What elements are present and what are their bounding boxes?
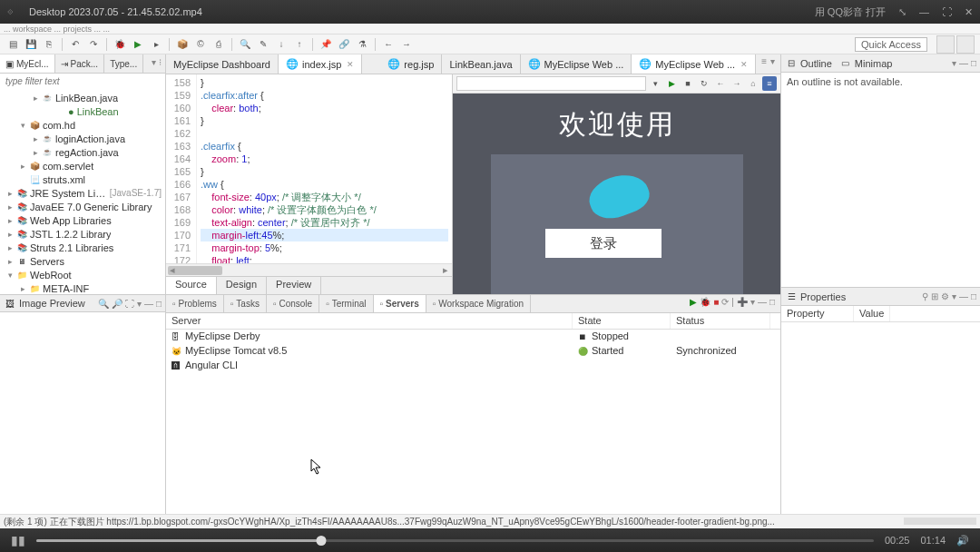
properties-title[interactable]: Properties bbox=[800, 291, 846, 302]
perspective-java[interactable] bbox=[956, 35, 975, 54]
go-icon[interactable]: ▶ bbox=[664, 76, 679, 91]
save-all-icon[interactable]: ⎘ bbox=[42, 37, 56, 52]
quick-access[interactable]: Quick Access bbox=[855, 37, 927, 52]
prop-cat-icon[interactable]: ⊞ bbox=[931, 291, 938, 301]
mode-source[interactable]: Source bbox=[166, 277, 217, 294]
outline-max-icon[interactable]: □ bbox=[971, 58, 976, 68]
tree-node[interactable]: struts.xml bbox=[0, 172, 165, 186]
mode-design[interactable]: Design bbox=[217, 277, 267, 294]
new-package-icon[interactable]: 📦 bbox=[175, 37, 190, 52]
toggle-mark-icon[interactable]: ✎ bbox=[256, 37, 270, 52]
editor-tab[interactable]: 🌐MyEclipse Web ... bbox=[521, 54, 632, 74]
zoom-out-icon[interactable]: 🔎 bbox=[112, 299, 122, 309]
tree-node[interactable]: ▸Servers bbox=[0, 254, 165, 268]
tree-filter-input[interactable] bbox=[4, 74, 162, 88]
zoom-in-icon[interactable]: 🔍 bbox=[98, 299, 109, 309]
tree-node[interactable]: ▸com.servlet bbox=[0, 159, 165, 172]
outline-menu-icon[interactable]: ▾ bbox=[952, 58, 956, 68]
player-prev-icon[interactable]: ⤡ bbox=[898, 6, 906, 18]
tree-node[interactable]: ▸Web App Libraries bbox=[0, 213, 165, 227]
url-input[interactable] bbox=[456, 76, 646, 91]
editor-max-icon[interactable]: ≡ bbox=[761, 56, 767, 72]
editor-tab[interactable]: 🌐index.jsp✕ bbox=[279, 54, 362, 74]
player-close-icon[interactable]: ✕ bbox=[965, 6, 973, 18]
outline-title[interactable]: Outline bbox=[800, 58, 832, 69]
filter-icon[interactable]: ⚗ bbox=[355, 37, 369, 52]
seek-knob[interactable] bbox=[316, 536, 326, 546]
home-icon[interactable]: ⌂ bbox=[746, 76, 760, 91]
pin-icon[interactable]: 📌 bbox=[318, 37, 333, 52]
bottom-tab-problems[interactable]: ▫Problems bbox=[166, 295, 224, 312]
server-stop-icon[interactable]: ■ bbox=[713, 297, 719, 310]
open-with-hint[interactable]: 用 QQ影音 打开 bbox=[815, 5, 886, 19]
minimize-pane-icon[interactable]: — bbox=[144, 299, 153, 309]
panel-min-icon[interactable]: — bbox=[758, 297, 767, 310]
tree-node[interactable]: ▾com.hd bbox=[0, 118, 165, 132]
fit-icon[interactable]: ⛶ bbox=[125, 299, 134, 309]
player-min-icon[interactable]: — bbox=[919, 6, 929, 17]
search-icon[interactable]: 🔍 bbox=[238, 37, 252, 52]
login-button[interactable]: 登录 bbox=[545, 229, 662, 258]
new-icon[interactable]: ▤ bbox=[5, 37, 20, 52]
bottom-tab-servers[interactable]: ▫Servers bbox=[374, 295, 426, 312]
link-icon[interactable]: 🔗 bbox=[337, 37, 351, 52]
bottom-tab-tasks[interactable]: ▫Tasks bbox=[224, 295, 267, 312]
new-class-icon[interactable]: © bbox=[193, 37, 208, 52]
server-start-icon[interactable]: ▶ bbox=[690, 297, 697, 310]
run-icon[interactable]: ▶ bbox=[131, 37, 145, 52]
col-property[interactable]: Property bbox=[781, 306, 854, 321]
editor-tab[interactable]: 🌐reg.jsp bbox=[380, 54, 442, 74]
tree-node[interactable]: ▸META-INF bbox=[0, 281, 165, 294]
view-menu-icon[interactable]: ▾ bbox=[137, 299, 142, 309]
editor-tab[interactable]: MyEclipse Dashboard bbox=[166, 54, 279, 74]
tab-type-hierarchy[interactable]: Type... bbox=[104, 54, 143, 73]
left-view-menu-icon[interactable]: ▾ ⁝ bbox=[148, 54, 165, 73]
url-dropdown-icon[interactable]: ▾ bbox=[648, 76, 662, 91]
back-icon[interactable]: ← bbox=[381, 37, 396, 52]
browser-menu-icon[interactable]: ≡ bbox=[762, 76, 777, 91]
volume-icon[interactable]: 🔊 bbox=[956, 535, 969, 547]
debug-icon[interactable]: 🐞 bbox=[113, 37, 127, 52]
refresh-icon[interactable]: ↻ bbox=[697, 76, 711, 91]
prop-max-icon[interactable]: □ bbox=[971, 291, 976, 301]
back-nav-icon[interactable]: ← bbox=[713, 76, 728, 91]
tab-myeclipse-explorer[interactable]: ▣MyEcl... bbox=[0, 54, 55, 73]
prop-min-icon[interactable]: — bbox=[959, 291, 968, 301]
tab-package-explorer[interactable]: ⇥Pack... bbox=[55, 54, 105, 73]
tree-node[interactable]: ▸loginAction.java bbox=[0, 132, 165, 145]
stop-icon[interactable]: ■ bbox=[681, 76, 695, 91]
panel-menu-icon[interactable]: ▾ bbox=[750, 297, 755, 310]
player-max-icon[interactable]: ⛶ bbox=[942, 6, 952, 17]
tree-node[interactable]: ▸JSTL 1.2.2 Library bbox=[0, 227, 165, 241]
tree-node[interactable]: ▸JRE System Library[JavaSE-1.7] bbox=[0, 186, 165, 200]
server-row[interactable]: 🐱MyEclipse Tomcat v8.5🟢StartedSynchroniz… bbox=[166, 344, 780, 359]
editor-min-icon[interactable]: ▾ bbox=[770, 56, 775, 72]
bottom-tab-console[interactable]: ▫Console bbox=[267, 295, 319, 312]
tree-node[interactable]: ● LinkBean bbox=[0, 104, 165, 118]
server-row[interactable]: 🅰Angular CLI bbox=[166, 359, 780, 373]
next-annotation-icon[interactable]: ↓ bbox=[274, 37, 289, 52]
tree-node[interactable]: ▾WebRoot bbox=[0, 268, 165, 281]
close-tab-icon[interactable]: ✕ bbox=[347, 60, 354, 69]
bottom-tab-workspace-migration[interactable]: ▫Workspace Migration bbox=[426, 295, 531, 312]
mode-preview[interactable]: Preview bbox=[267, 277, 321, 294]
prop-adv-icon[interactable]: ⚙ bbox=[941, 291, 949, 301]
panel-max-icon[interactable]: □ bbox=[769, 297, 775, 310]
save-icon[interactable]: 💾 bbox=[24, 37, 38, 52]
forward-icon[interactable]: → bbox=[399, 37, 414, 52]
server-publish-icon[interactable]: ⟳ bbox=[721, 297, 729, 310]
tree-node[interactable]: ▸Struts 2.1 Libraries bbox=[0, 241, 165, 254]
tree-node[interactable]: ▸LinkBean.java bbox=[0, 91, 165, 104]
maximize-pane-icon[interactable]: □ bbox=[156, 299, 162, 309]
col-status[interactable]: Status bbox=[671, 313, 770, 329]
horizontal-scrollbar[interactable]: ▸◂ bbox=[166, 263, 452, 276]
tree-node[interactable]: ▸regAction.java bbox=[0, 145, 165, 159]
col-state[interactable]: State bbox=[573, 313, 671, 329]
tree-node[interactable]: ▸JavaEE 7.0 Generic Library bbox=[0, 200, 165, 213]
open-type-icon[interactable]: ⎙ bbox=[211, 37, 226, 52]
editor-tab[interactable]: LinkBean.java bbox=[442, 54, 520, 74]
perspective-myeclipse[interactable] bbox=[936, 35, 955, 54]
run-last-icon[interactable]: ▸ bbox=[149, 37, 163, 52]
undo-icon[interactable]: ↶ bbox=[68, 37, 83, 52]
bottom-tab-terminal[interactable]: ▫Terminal bbox=[319, 295, 373, 312]
